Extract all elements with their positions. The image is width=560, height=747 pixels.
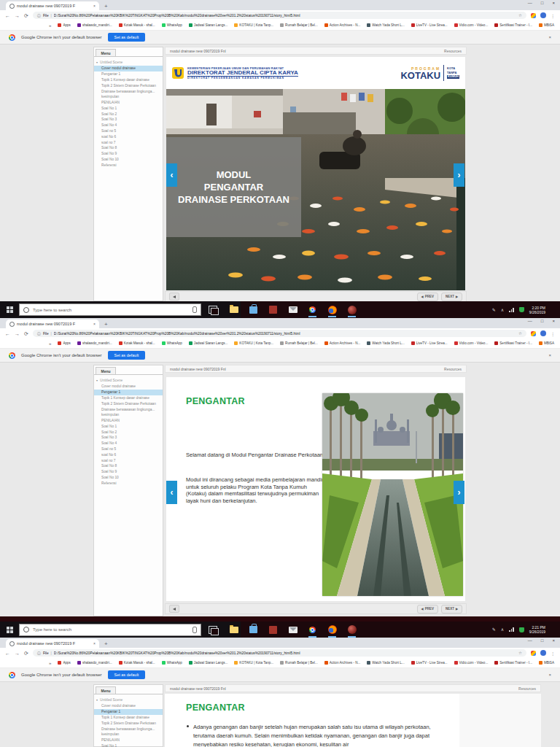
scene-collapse-icon[interactable]: ▾	[96, 61, 98, 64]
menu-item[interactable]: Drainase berwawasan lingkunga...	[94, 726, 163, 732]
menu-item[interactable]: Pengantar 1	[94, 71, 163, 77]
menu-item[interactable]: Topik 1 Konsep dasar drainase	[94, 395, 163, 401]
menu-item[interactable]: Soal No 10	[94, 475, 163, 481]
microphone-icon[interactable]	[192, 306, 197, 313]
resources-link[interactable]: Resources	[518, 686, 536, 691]
menu-item[interactable]: kesimpulan	[94, 732, 163, 738]
bookmark-item[interactable]: Vidio.com - Video...	[454, 341, 489, 345]
menu-item[interactable]: Soal No 8	[94, 145, 163, 151]
bookmark-item[interactable]: Apps	[58, 23, 70, 27]
window-minimize-button[interactable]: —	[528, 638, 532, 643]
bookmark-item[interactable]: MBiSA	[539, 661, 554, 665]
microphone-icon[interactable]	[192, 627, 197, 633]
set-as-default-button[interactable]: Set as default	[108, 670, 146, 679]
hidden-icons-caret[interactable]: ∧	[501, 627, 504, 632]
window-close-button[interactable]: ×	[552, 319, 555, 323]
bookmark-item[interactable]: shalawdo_mandiri...	[77, 341, 112, 345]
bookmark-item[interactable]: Action Archives - N...	[324, 341, 361, 345]
menu-item[interactable]: kesimpulan	[94, 412, 163, 418]
menu-item[interactable]: Soal No 10	[94, 157, 163, 163]
menu-item[interactable]: Soal No 4	[94, 123, 163, 128]
notification-close-icon[interactable]: ×	[548, 353, 551, 357]
bookmark-star-icon[interactable]: ☆	[518, 331, 522, 336]
bookmark-item[interactable]: WhatsApp	[162, 661, 182, 665]
reload-icon[interactable]: ⟳	[24, 13, 28, 18]
menu-panel-tab[interactable]: Menu	[96, 49, 116, 56]
menu-item[interactable]: Drainase berwawasan lingkunga...	[94, 88, 163, 94]
red-app-icon[interactable]	[268, 305, 278, 314]
menu-item[interactable]: Topik 2 Sistem Drainase Perkotaan	[94, 720, 163, 726]
window-maximize-button[interactable]: □	[541, 638, 544, 643]
forward-icon[interactable]: →	[15, 13, 20, 18]
menu-item[interactable]: Soal No 9	[94, 469, 163, 475]
bookmark-item[interactable]: shalawdo_mandiri...	[77, 23, 112, 27]
store-icon[interactable]	[249, 305, 258, 314]
task-view-icon[interactable]	[209, 306, 217, 314]
volume-icon[interactable]	[169, 293, 179, 301]
bookmark-item[interactable]: Sertifikasi Trainer - I...	[494, 341, 532, 345]
new-tab-button[interactable]: +	[104, 321, 108, 328]
bookmark-item[interactable]: LiveTV - Live Strea...	[411, 341, 448, 345]
taskbar-search[interactable]: Type here to search	[19, 303, 201, 316]
browser-menu-icon[interactable]: ⋮	[551, 13, 555, 18]
tab-close-icon[interactable]: ×	[93, 641, 96, 646]
scene-collapse-icon[interactable]: ▾	[96, 698, 98, 702]
menu-panel-tab[interactable]: Menu	[96, 686, 116, 694]
menu-item[interactable]: kesimpulan	[94, 94, 163, 100]
resources-link[interactable]: Resources	[444, 49, 462, 53]
browser-sphere-icon[interactable]	[347, 305, 357, 314]
menu-item[interactable]: Soal No 3	[94, 435, 163, 441]
menu-item[interactable]: Soal No 4	[94, 441, 163, 446]
menu-item[interactable]: soal no 7	[94, 139, 163, 145]
bookmarks-overflow-icon[interactable]: »	[49, 341, 51, 346]
firefox-icon[interactable]	[327, 305, 337, 314]
tab-close-icon[interactable]: ×	[93, 4, 96, 8]
menu-item[interactable]: Soal No 2	[94, 111, 163, 117]
file-explorer-icon[interactable]	[229, 305, 238, 314]
menu-item[interactable]: Soal No 1	[94, 423, 163, 429]
address-bar[interactable]: ⓘ File | D:/Surat%20No.86%20Pelaksanaan%…	[33, 330, 526, 337]
new-tab-button[interactable]: +	[104, 3, 108, 9]
menu-item[interactable]: Referensi	[94, 480, 163, 486]
address-bar[interactable]: ⓘ File | D:/Surat%20No.86%20Pelaksanaan%…	[33, 649, 526, 657]
mail-icon[interactable]	[288, 625, 298, 635]
menu-item[interactable]: PENILAIAN	[94, 100, 163, 106]
volume-icon[interactable]	[169, 605, 179, 613]
bookmark-item[interactable]: Kotak Masuk - shal...	[119, 23, 155, 27]
store-icon[interactable]	[249, 625, 258, 635]
slide-next-arrow[interactable]: ›	[454, 163, 464, 187]
slide-prev-arrow[interactable]: ‹	[166, 163, 177, 187]
antivirus-tray-icon[interactable]	[519, 307, 524, 312]
bookmark-item[interactable]: Vidio.com - Video...	[454, 661, 489, 665]
address-bar[interactable]: ⓘ File | D:/Surat%20No.86%20Pelaksanaan%…	[33, 12, 526, 19]
bookmark-item[interactable]: Rumah Belajar | Bel...	[280, 661, 318, 665]
red-app-icon[interactable]	[268, 625, 278, 635]
bookmark-item[interactable]: KOTAKU | Kota Tanp...	[234, 23, 273, 27]
menu-item[interactable]: Soal No 3	[94, 117, 163, 123]
antivirus-tray-icon[interactable]	[519, 627, 524, 632]
notification-close-icon[interactable]: ×	[548, 35, 551, 39]
menu-panel-tab[interactable]: Menu	[96, 367, 116, 374]
notification-close-icon[interactable]: ×	[548, 673, 551, 677]
network-icon[interactable]	[509, 627, 514, 632]
bookmark-star-icon[interactable]: ☆	[518, 13, 522, 18]
browser-sphere-icon[interactable]	[347, 625, 357, 635]
bookmark-item[interactable]: LiveTV - Live Strea...	[411, 661, 448, 665]
set-as-default-button[interactable]: Set as default	[108, 351, 146, 360]
bookmark-item[interactable]: Watch Yada Short L...	[367, 23, 404, 27]
bookmark-star-icon[interactable]: ☆	[518, 651, 522, 655]
window-maximize-button[interactable]: □	[541, 319, 544, 323]
back-icon[interactable]: ←	[5, 13, 10, 18]
back-icon[interactable]: ←	[5, 331, 10, 336]
chrome-taskbar-icon[interactable]	[308, 625, 317, 635]
hidden-icons-caret[interactable]: ∧	[501, 308, 504, 312]
menu-item[interactable]: Soal No 1	[94, 105, 163, 111]
tab-close-icon[interactable]: ×	[93, 322, 96, 326]
menu-item[interactable]: soal No 6	[94, 452, 163, 457]
start-button[interactable]	[0, 627, 19, 633]
extension-icon[interactable]	[531, 331, 536, 336]
next-button[interactable]: NEXT ▶	[441, 605, 462, 614]
menu-item[interactable]: Cover modul drainase	[94, 703, 163, 709]
chrome-taskbar-icon[interactable]	[308, 305, 317, 314]
browser-tab[interactable]: modul drainase new 09072019 F ×	[6, 639, 99, 648]
